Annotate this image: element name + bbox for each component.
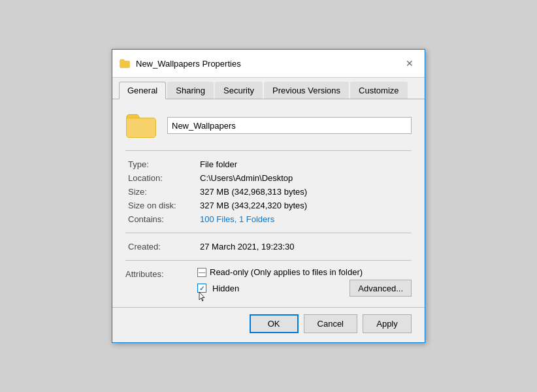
tab-security[interactable]: Security — [215, 82, 263, 99]
attributes-row: Attributes: — Read-only (Only applies to… — [125, 267, 412, 297]
size-label: Size: — [125, 185, 197, 199]
type-value: File folder — [197, 157, 412, 171]
size-value: 327 MB (342,968,313 bytes) — [197, 185, 412, 199]
readonly-row: — Read-only (Only applies to files in fo… — [197, 267, 412, 277]
title-bar: New_Wallpapers Properties ✕ — [112, 50, 425, 78]
hidden-check-mark: ✓ — [199, 285, 204, 292]
size-disk-value: 327 MB (343,224,320 bytes) — [197, 199, 412, 212]
dialog-footer: OK Cancel Apply — [112, 307, 425, 342]
type-row: Type: File folder — [125, 157, 412, 171]
attributes-label: Attributes: — [125, 267, 197, 279]
tab-bar: General Sharing Security Previous Versio… — [112, 78, 425, 99]
title-folder-icon — [119, 57, 131, 69]
divider-1 — [125, 150, 412, 151]
properties-dialog: New_Wallpapers Properties ✕ General Shar… — [112, 49, 425, 343]
apply-button[interactable]: Apply — [363, 314, 412, 333]
created-row: Created: 27 March 2021, 19:23:30 — [125, 240, 412, 253]
hidden-checkbox-area: ✓ — [197, 284, 206, 293]
hidden-advanced-row: ✓ Hidden Advanced... — [197, 280, 412, 297]
cancel-button[interactable]: Cancel — [304, 314, 357, 333]
location-row: Location: C:\Users\Admin\Desktop — [125, 171, 412, 185]
tab-sharing[interactable]: Sharing — [167, 82, 214, 99]
readonly-check-mark: — — [199, 269, 205, 276]
header-row — [125, 110, 412, 141]
mouse-cursor-icon — [199, 291, 205, 302]
hidden-group: ✓ Hidden — [197, 284, 239, 293]
contains-value: 100 Files, 1 Folders — [197, 212, 412, 226]
location-label: Location: — [125, 171, 197, 185]
divider-3 — [125, 260, 412, 261]
hidden-label: Hidden — [212, 284, 239, 293]
title-text: New_Wallpapers Properties — [136, 59, 401, 69]
size-row: Size: 327 MB (342,968,313 bytes) — [125, 185, 412, 199]
tab-previous-versions[interactable]: Previous Versions — [264, 82, 349, 99]
readonly-checkbox[interactable]: — — [197, 268, 206, 277]
contains-label: Contains: — [125, 212, 197, 226]
folder-icon — [125, 110, 157, 141]
readonly-label: Read-only (Only applies to files in fold… — [210, 267, 363, 277]
location-value: C:\Users\Admin\Desktop — [197, 171, 412, 185]
properties-table: Type: File folder Location: C:\Users\Adm… — [125, 157, 412, 226]
type-label: Type: — [125, 157, 197, 171]
tab-customize[interactable]: Customize — [350, 82, 407, 99]
size-disk-label: Size on disk: — [125, 199, 197, 212]
ok-button[interactable]: OK — [250, 314, 299, 333]
created-value: 27 March 2021, 19:23:30 — [197, 240, 412, 253]
tab-content: Type: File folder Location: C:\Users\Adm… — [112, 99, 425, 307]
attributes-controls: — Read-only (Only applies to files in fo… — [197, 267, 412, 297]
contains-row: Contains: 100 Files, 1 Folders — [125, 212, 412, 226]
hidden-checkbox[interactable]: ✓ — [197, 284, 206, 293]
advanced-button[interactable]: Advanced... — [350, 280, 412, 297]
folder-name-input[interactable] — [167, 117, 412, 134]
created-label: Created: — [125, 240, 197, 253]
close-button[interactable]: ✕ — [401, 55, 418, 72]
divider-2 — [125, 233, 412, 233]
size-disk-row: Size on disk: 327 MB (343,224,320 bytes) — [125, 199, 412, 212]
tab-general[interactable]: General — [119, 82, 166, 99]
created-table: Created: 27 March 2021, 19:23:30 — [125, 240, 412, 253]
